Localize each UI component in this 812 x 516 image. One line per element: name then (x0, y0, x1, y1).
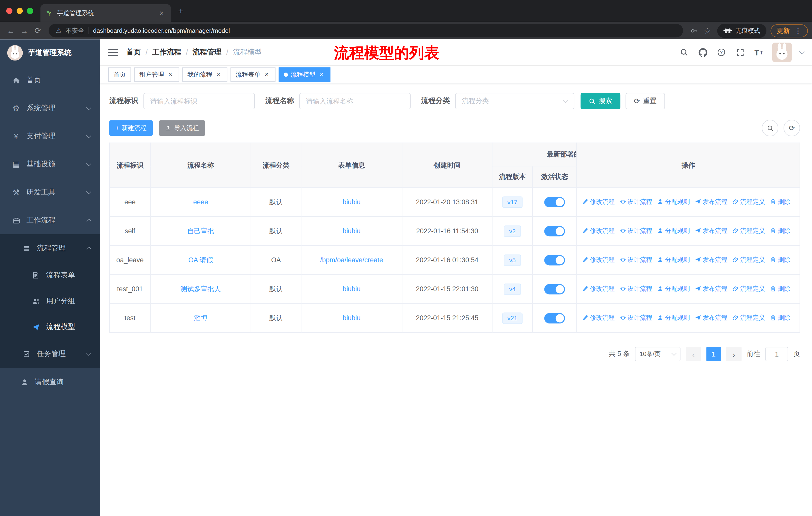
maximize-window-button[interactable] (27, 8, 33, 14)
page-size-select[interactable]: 10条/页 (635, 347, 680, 361)
sidebar-item-leave-query[interactable]: 请假查询 (0, 368, 100, 396)
design-flow-link[interactable]: 设计流程 (620, 255, 652, 264)
tag-process-form[interactable]: 流程表单× (231, 67, 276, 82)
sidebar-item-home[interactable]: 首页 (0, 66, 100, 94)
browser-tab[interactable]: 芋道管理系统 × (40, 4, 171, 22)
process-name-link[interactable]: 滔博 (194, 314, 207, 322)
toggle-search-button[interactable] (762, 120, 778, 136)
address-bar[interactable]: ⚠ 不安全 dashboard.yudao.iocoder.cn/bpm/man… (49, 24, 683, 37)
github-icon[interactable] (697, 47, 708, 57)
breadcrumb-home[interactable]: 首页 (126, 48, 141, 57)
forward-icon[interactable]: → (18, 26, 31, 35)
publish-flow-link[interactable]: 发布流程 (695, 197, 728, 206)
tag-home[interactable]: 首页 (108, 67, 131, 82)
delete-link[interactable]: 删除 (770, 314, 790, 322)
create-process-button[interactable]: + 新建流程 (109, 120, 153, 136)
active-toggle[interactable] (544, 197, 565, 207)
publish-flow-link[interactable]: 发布流程 (695, 284, 728, 293)
reset-button[interactable]: ⟳ 重置 (626, 93, 665, 109)
publish-flow-link[interactable]: 发布流程 (695, 226, 728, 235)
tag-my-process[interactable]: 我的流程× (182, 67, 227, 82)
sidebar-item-process-form[interactable]: 流程表单 (0, 262, 100, 288)
sidebar-item-infra[interactable]: ▤ 基础设施 (0, 151, 100, 179)
hamburger-icon[interactable] (108, 49, 118, 56)
flow-definition-link[interactable]: 流程定义 (732, 255, 765, 264)
design-flow-link[interactable]: 设计流程 (620, 314, 652, 322)
active-toggle[interactable] (544, 255, 565, 265)
assign-rule-link[interactable]: 分配规则 (657, 226, 690, 235)
process-name-link[interactable]: OA 请假 (188, 256, 213, 264)
minimize-window-button[interactable] (17, 8, 23, 14)
close-icon[interactable]: × (215, 71, 222, 78)
tab-close-icon[interactable]: × (157, 9, 166, 17)
sidebar-item-process-model[interactable]: 流程模型 (0, 314, 100, 340)
process-id-input[interactable] (143, 93, 255, 109)
key-icon[interactable] (687, 27, 700, 34)
tag-tenant[interactable]: 租户管理× (134, 67, 179, 82)
help-icon[interactable]: ? (716, 47, 726, 57)
process-category-select[interactable]: 流程分类 (455, 93, 574, 109)
form-link[interactable]: /bpm/oa/leave/create (320, 256, 383, 264)
avatar[interactable] (772, 43, 792, 62)
flow-definition-link[interactable]: 流程定义 (732, 314, 765, 322)
sidebar-item-user-group[interactable]: 用户分组 (0, 288, 100, 314)
active-toggle[interactable] (544, 284, 565, 294)
reload-icon[interactable]: ⟳ (31, 26, 44, 35)
sidebar-item-system[interactable]: ⚙ 系统管理 (0, 94, 100, 122)
star-icon[interactable]: ☆ (701, 26, 714, 35)
process-name-link[interactable]: 自己审批 (187, 227, 214, 235)
process-name-input[interactable] (299, 93, 410, 109)
form-link[interactable]: biubiu (343, 285, 360, 293)
process-name-link[interactable]: 测试多审批人 (180, 285, 221, 293)
edit-flow-link[interactable]: 修改流程 (582, 197, 615, 206)
design-flow-link[interactable]: 设计流程 (620, 226, 652, 235)
delete-link[interactable]: 删除 (770, 197, 790, 206)
flow-definition-link[interactable]: 流程定义 (732, 226, 765, 235)
form-link[interactable]: biubiu (343, 227, 360, 235)
publish-flow-link[interactable]: 发布流程 (695, 255, 728, 264)
next-page-button[interactable]: › (726, 347, 742, 361)
chevron-down-icon[interactable] (800, 49, 805, 54)
sidebar-item-workflow[interactable]: 工作流程 (0, 206, 100, 234)
sidebar-item-task-management[interactable]: 任务管理 (0, 340, 100, 368)
breadcrumb-process-management[interactable]: 流程管理 (193, 48, 222, 57)
active-toggle[interactable] (544, 226, 565, 236)
prev-page-button[interactable]: ‹ (686, 347, 701, 361)
assign-rule-link[interactable]: 分配规则 (657, 255, 690, 264)
close-icon[interactable]: × (318, 71, 325, 78)
breadcrumb-workflow[interactable]: 工作流程 (152, 48, 181, 57)
form-link[interactable]: biubiu (343, 314, 360, 322)
refresh-button[interactable]: ⟳ (784, 120, 800, 136)
new-tab-button[interactable]: + (171, 5, 191, 17)
tag-process-model[interactable]: 流程模型× (279, 67, 330, 82)
design-flow-link[interactable]: 设计流程 (620, 197, 652, 206)
assign-rule-link[interactable]: 分配规则 (657, 314, 690, 322)
edit-flow-link[interactable]: 修改流程 (582, 226, 615, 235)
delete-link[interactable]: 删除 (770, 226, 790, 235)
close-window-button[interactable] (6, 8, 12, 14)
logo[interactable]: 芋道管理系统 (0, 39, 100, 66)
page-number[interactable]: 1 (706, 347, 721, 361)
search-icon[interactable] (679, 47, 689, 57)
delete-link[interactable]: 删除 (770, 284, 790, 293)
back-icon[interactable]: ← (4, 26, 18, 35)
edit-flow-link[interactable]: 修改流程 (582, 314, 615, 322)
assign-rule-link[interactable]: 分配规则 (657, 197, 690, 206)
process-name-link[interactable]: eeee (193, 198, 208, 206)
sidebar-item-devtools[interactable]: ⚒ 研发工具 (0, 179, 100, 206)
form-link[interactable]: biubiu (343, 198, 360, 206)
edit-flow-link[interactable]: 修改流程 (582, 255, 615, 264)
design-flow-link[interactable]: 设计流程 (620, 284, 652, 293)
edit-flow-link[interactable]: 修改流程 (582, 284, 615, 293)
delete-link[interactable]: 删除 (770, 255, 790, 264)
more-menu-icon[interactable]: ⋮ (794, 26, 802, 35)
fullscreen-icon[interactable] (735, 47, 745, 57)
close-icon[interactable]: × (263, 71, 270, 78)
update-button[interactable]: 更新 ⋮ (771, 24, 808, 37)
sidebar-item-payment[interactable]: ¥ 支付管理 (0, 123, 100, 151)
import-process-button[interactable]: 导入流程 (159, 120, 205, 136)
sidebar-item-process-management[interactable]: ≣ 流程管理 (0, 234, 100, 262)
search-button[interactable]: 搜索 (580, 93, 620, 109)
publish-flow-link[interactable]: 发布流程 (695, 314, 728, 322)
flow-definition-link[interactable]: 流程定义 (732, 284, 765, 293)
